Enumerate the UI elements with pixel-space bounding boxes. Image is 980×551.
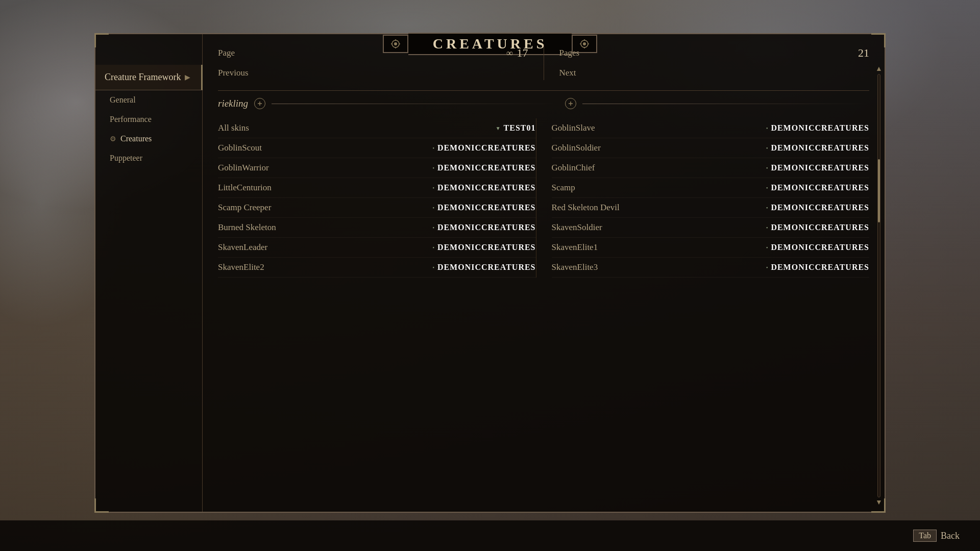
- sidebar-item-creatures[interactable]: ⚙ Creatures: [95, 129, 202, 148]
- scroll-thumb[interactable]: [878, 159, 880, 222]
- mod-name-skavenelite3: DEMONICCREATURES: [771, 263, 869, 272]
- creature-row-burnedskeleton[interactable]: Burned Skeleton • DEMONICCREATURES: [218, 218, 536, 238]
- mod-name-skavensoldier: DEMONICCREATURES: [771, 223, 869, 232]
- creature-row-skavenelite2[interactable]: SkavenElite2 • DEMONICCREATURES: [218, 258, 536, 278]
- sidebar-item-puppeteer[interactable]: Puppeteer: [95, 148, 202, 168]
- creature-name-scampcreeper: Scamp Creeper: [218, 203, 271, 213]
- mod-name-redskeletondevil: DEMONICCREATURES: [771, 203, 869, 212]
- sidebar-framework-label: Creature Framework: [105, 72, 181, 83]
- bullet-goblinscout: •: [432, 145, 434, 151]
- content-divider: [218, 90, 869, 91]
- creature-col-right: GoblinSlave • DEMONICCREATURES GoblinSol…: [536, 118, 870, 278]
- content-area: Page ∞ 17 Previous Pages 21: [203, 34, 885, 512]
- bullet-skavenleader: •: [432, 245, 434, 251]
- bottom-hint: Tab Back: [913, 530, 960, 542]
- previous-button[interactable]: Previous: [218, 68, 249, 78]
- main-panel: CREATURES Creature Framework ▶ General: [94, 33, 886, 513]
- creature-row-scampcreeper[interactable]: Scamp Creeper • DEMONICCREATURES: [218, 198, 536, 218]
- creature-name-skavenelite2: SkavenElite2: [218, 262, 264, 272]
- creature-name-skavenelite3: SkavenElite3: [552, 262, 598, 272]
- corner-tl: [94, 33, 109, 47]
- creature-mod-goblinwarrior: • DEMONICCREATURES: [432, 163, 535, 172]
- creature-mod-burnedskeleton: • DEMONICCREATURES: [432, 223, 535, 232]
- scroll-down-arrow[interactable]: ▼: [875, 498, 883, 507]
- mod-name-all-skins: TEST01: [504, 123, 536, 133]
- sidebar: Creature Framework ▶ General Performance…: [95, 34, 203, 512]
- creature-mod-redskeletondevil: • DEMONICCREATURES: [766, 203, 869, 212]
- mod-name-goblinchief: DEMONICCREATURES: [771, 163, 869, 172]
- nav-right-col: Pages 21 Next: [559, 44, 870, 80]
- next-button[interactable]: Next: [559, 68, 576, 78]
- tab-key-badge[interactable]: Tab: [913, 530, 937, 542]
- creature-mod-skavenelite2: • DEMONICCREATURES: [432, 263, 535, 272]
- creature-mod-goblinsoldier: • DEMONICCREATURES: [766, 143, 869, 153]
- sidebar-general-label: General: [110, 95, 136, 105]
- creature-name-redskeletondevil: Red Skeleton Devil: [552, 203, 620, 213]
- creature-name-goblinscout: GoblinScout: [218, 143, 262, 153]
- creature-mod-goblinscout: • DEMONICCREATURES: [432, 143, 535, 153]
- scroll-up-arrow[interactable]: ▲: [875, 65, 883, 73]
- section-line: [272, 104, 558, 104]
- bullet-skavensoldier: •: [766, 225, 768, 231]
- bullet-skavenelite1: •: [766, 245, 768, 251]
- bullet-littlecenturion: •: [432, 185, 434, 191]
- bullet-burnedskeleton: •: [432, 225, 434, 231]
- bullet-goblinsoldier: •: [766, 145, 768, 151]
- creature-name-burnedskeleton: Burned Skeleton: [218, 222, 276, 233]
- creature-mod-scamp: • DEMONICCREATURES: [766, 183, 869, 192]
- creature-name-skavenleader: SkavenLeader: [218, 242, 267, 253]
- page-navigation: Page ∞ 17 Previous Pages 21: [218, 44, 869, 80]
- creature-row-goblinsoldier[interactable]: GoblinSoldier • DEMONICCREATURES: [552, 138, 870, 158]
- nav-next-row: Next: [559, 66, 870, 80]
- pages-value: 21: [858, 46, 869, 60]
- mod-name-goblinscout: DEMONICCREATURES: [437, 143, 536, 153]
- creature-row-goblinslave[interactable]: GoblinSlave • DEMONICCREATURES: [552, 118, 870, 138]
- nav-page-row: Page ∞ 17: [218, 44, 528, 62]
- creature-row-skavenelite1[interactable]: SkavenElite1 • DEMONICCREATURES: [552, 238, 870, 258]
- section-icon-right: [565, 98, 576, 109]
- sidebar-item-performance[interactable]: Performance: [95, 110, 202, 129]
- creature-mod-goblinchief: • DEMONICCREATURES: [766, 163, 869, 172]
- mod-name-skavenleader: DEMONICCREATURES: [437, 243, 536, 252]
- creature-row-skavenelite3[interactable]: SkavenElite3 • DEMONICCREATURES: [552, 258, 870, 278]
- creature-mod-littlecenturion: • DEMONICCREATURES: [432, 183, 535, 192]
- sidebar-item-general[interactable]: General: [95, 90, 202, 110]
- mod-name-scamp: DEMONICCREATURES: [771, 183, 869, 192]
- creature-name-skavensoldier: SkavenSoldier: [552, 222, 602, 233]
- sidebar-performance-label: Performance: [110, 115, 152, 124]
- bullet-scampcreeper: •: [432, 205, 434, 211]
- nav-pages-row: Pages 21: [559, 44, 870, 62]
- creature-row-littlecenturion[interactable]: LittleCenturion • DEMONICCREATURES: [218, 178, 536, 198]
- panel-body: Creature Framework ▶ General Performance…: [95, 34, 885, 512]
- back-label: Back: [941, 531, 960, 541]
- section-icon: [254, 98, 265, 109]
- sidebar-title-item[interactable]: Creature Framework ▶: [95, 65, 203, 90]
- creature-name-all-skins: All skins: [218, 123, 249, 133]
- creature-row-all-skins[interactable]: All skins ▼ TEST01: [218, 118, 536, 138]
- creature-mod-scampcreeper: • DEMONICCREATURES: [432, 203, 535, 212]
- scrollbar[interactable]: ▲ ▼: [875, 65, 883, 507]
- creature-name-goblinwarrior: GoblinWarrior: [218, 163, 269, 173]
- creature-row-goblinwarrior[interactable]: GoblinWarrior • DEMONICCREATURES: [218, 158, 536, 178]
- creature-row-scamp[interactable]: Scamp • DEMONICCREATURES: [552, 178, 870, 198]
- creature-row-goblinchief[interactable]: GoblinChief • DEMONICCREATURES: [552, 158, 870, 178]
- mod-name-scampcreeper: DEMONICCREATURES: [437, 203, 536, 212]
- creature-row-skavensoldier[interactable]: SkavenSoldier • DEMONICCREATURES: [552, 218, 870, 238]
- sidebar-arrow-icon: ▶: [185, 73, 190, 82]
- bullet-goblinwarrior: •: [432, 165, 434, 171]
- bullet-goblinslave: •: [766, 126, 768, 131]
- creature-row-redskeletondevil[interactable]: Red Skeleton Devil • DEMONICCREATURES: [552, 198, 870, 218]
- scroll-track[interactable]: [877, 74, 880, 497]
- bullet-skavenelite3: •: [766, 265, 768, 270]
- page-value: ∞ 17: [506, 46, 528, 60]
- creature-name-goblinslave: GoblinSlave: [552, 123, 595, 133]
- nav-prev-row: Previous: [218, 66, 528, 80]
- creature-row-skavenleader[interactable]: SkavenLeader • DEMONICCREATURES: [218, 238, 536, 258]
- section-header: riekling: [218, 98, 869, 111]
- creature-mod-skavensoldier: • DEMONICCREATURES: [766, 223, 869, 232]
- creature-name-littlecenturion: LittleCenturion: [218, 183, 272, 193]
- creature-mod-skavenelite3: • DEMONICCREATURES: [766, 263, 869, 272]
- page-label: Page: [218, 48, 235, 58]
- creature-columns: All skins ▼ TEST01 GoblinScout • DEMONIC…: [218, 118, 869, 278]
- creature-row-goblinscout[interactable]: GoblinScout • DEMONICCREATURES: [218, 138, 536, 158]
